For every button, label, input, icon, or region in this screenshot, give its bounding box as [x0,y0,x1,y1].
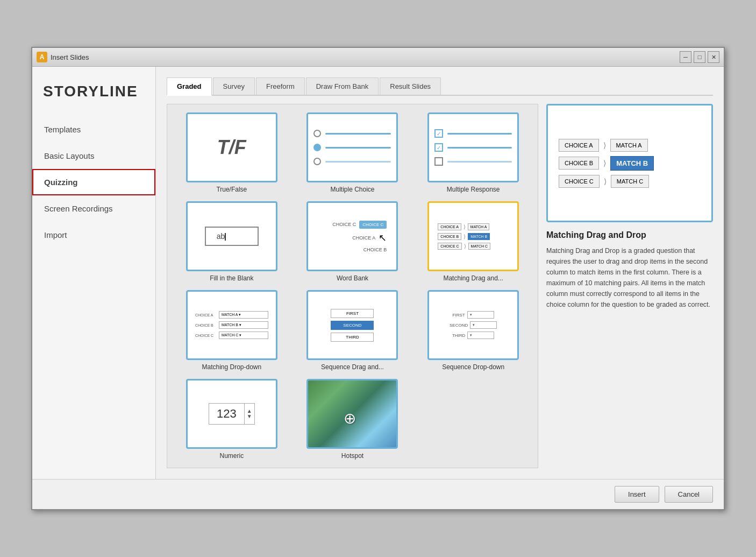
mc-radio-3 [313,158,321,165]
sdd-content: FIRST ▾ SECOND ▾ THIRD ▾ [438,306,509,344]
fib-cursor [225,233,226,241]
preview-arrow-a: ⟩ [603,141,606,150]
window-controls[interactable]: ─ □ ✕ [680,51,719,63]
mdd-match-c: MATCH C [468,243,490,250]
preview-title: Matching Drag and Drop [546,230,713,240]
maximize-button[interactable]: □ [694,51,705,63]
sd-item-first: FIRST [331,309,374,318]
mr-check-3 [434,157,443,166]
tab-result-slides[interactable]: Result Slides [380,77,441,95]
mr-row-3 [434,157,512,166]
sidebar: STORYLINE Templates Basic Layouts Quizzi… [32,67,156,479]
sd-item-third: THIRD [331,333,374,342]
slide-hotspot[interactable]: ⊕ Hotspot [296,379,409,460]
slide-label-fill-blank: Fill in the Blank [210,274,253,282]
preview-mdd-row-b: CHOICE B ⟩ MATCH B [559,156,701,171]
tab-survey[interactable]: Survey [213,77,255,95]
preview-mdd-row-c: CHOICE C ⟩ MATCH C [559,175,701,188]
slide-label-matching-drag: Matching Drag and... [443,274,503,282]
slide-thumb-numeric: 123 ▲ ▼ [186,379,277,449]
mr-content: ✓ ✓ [429,124,517,171]
preview-choice-b: CHOICE B [559,157,599,170]
preview-description: Matching Drag and Drop is a graded quest… [546,245,713,310]
mr-line-1 [447,133,512,135]
num-value: 123 [209,404,245,424]
sdd-item-third: THIRD ▾ [452,332,494,339]
slide-sequence-drag[interactable]: FIRST SECOND THIRD Sequence Drag and... [296,290,409,371]
main-content: STORYLINE Templates Basic Layouts Quizzi… [32,67,724,479]
close-button[interactable]: ✕ [708,51,719,63]
slide-matching-dropdown[interactable]: CHOICE A MATCH A ▾ CHOICE B MATCH B ▾ CH… [175,290,288,371]
num-arrow-down: ▼ [247,414,252,419]
mc-line-1 [325,133,391,135]
brand-logo: STORYLINE [32,77,155,116]
mc-radio-2 [313,144,321,151]
mr-line-3 [447,161,512,163]
slide-label-hotspot: Hotspot [341,452,363,460]
slide-label-matching-dropdown: Matching Drop-down [202,363,261,371]
slide-true-false[interactable]: T/F True/False [175,112,288,193]
slide-numeric[interactable]: 123 ▲ ▼ Numeric [175,379,288,460]
wb-row-3: CHOICE B [318,247,387,252]
wb-choice-c: CHOICE C [332,222,356,227]
slides-grid: T/F True/False [167,104,538,468]
wb-row-1: CHOICE C CHOICE C [318,221,387,229]
mdd-choice-c: CHOICE C [438,243,461,250]
hs-cursor-icon: ⊕ [344,410,356,427]
mdo-content: CHOICE A MATCH A ▾ CHOICE B MATCH B ▾ CH… [190,306,274,344]
wb-choice-b: CHOICE B [363,247,387,252]
sidebar-item-screen-recordings[interactable]: Screen Recordings [32,195,155,222]
slide-label-true-false: True/False [216,186,247,193]
preview-match-c: MATCH C [611,175,649,188]
slide-multiple-choice[interactable]: Multiple Choice [296,112,409,193]
mdo-label-choice-a: CHOICE A [195,313,217,317]
wb-dropdown-1: CHOICE C [359,221,387,229]
app-icon: A [37,52,47,62]
slide-label-multiple-response: Multiple Response [447,186,500,193]
wb-cursor-icon: ↖ [379,232,387,244]
sdd-label-second: SECOND [450,323,468,328]
slide-matching-drag[interactable]: CHOICE A ⟩ MATCH A CHOICE B ⟩ MATCH B [417,201,530,282]
slide-label-sequence-dropdown: Sequence Drop-down [442,363,504,371]
preview-panel: CHOICE A ⟩ MATCH A CHOICE B ⟩ MATCH B CH… [546,104,713,468]
mr-check-1: ✓ [434,129,443,138]
insert-button[interactable]: Insert [615,486,659,503]
mdo-select-a: MATCH A ▾ [219,311,268,319]
tab-freeform[interactable]: Freeform [256,77,305,95]
mc-line-3 [325,161,391,163]
slide-thumb-true-false: T/F [186,112,277,182]
preview-mdd-row-a: CHOICE A ⟩ MATCH A [559,139,701,152]
sidebar-item-quizzing[interactable]: Quizzing [32,169,155,195]
cancel-button[interactable]: Cancel [665,486,713,503]
wb-content: CHOICE C CHOICE C CHOICE A ↖ CHOICE B [313,215,393,258]
mr-line-2 [447,147,512,149]
sd-item-second: SECOND [331,321,374,330]
num-box: 123 ▲ ▼ [209,403,255,425]
slide-thumb-fill-blank: ab [186,201,277,271]
preview-match-a: MATCH A [610,139,648,152]
sidebar-item-templates[interactable]: Templates [32,116,155,143]
content-area: Graded Survey Freeform Draw From Bank Re… [156,67,724,479]
mdd-arrow-2: ⟩ [463,234,466,239]
mdd-match-b: MATCH B [468,233,490,240]
slide-fill-blank[interactable]: ab Fill in the Blank [175,201,288,282]
slide-label-numeric: Numeric [219,452,244,460]
mdd-row-1: CHOICE A ⟩ MATCH A [438,223,509,230]
sd-content: FIRST SECOND THIRD [317,304,388,347]
sidebar-item-basic-layouts[interactable]: Basic Layouts [32,143,155,169]
slide-multiple-response[interactable]: ✓ ✓ [417,112,530,193]
tf-icon: T/F [217,136,246,159]
preview-arrow-c: ⟩ [604,177,607,186]
slide-word-bank[interactable]: CHOICE C CHOICE C CHOICE A ↖ CHOICE B [296,201,409,282]
num-arrows: ▲ ▼ [245,407,254,420]
minimize-button[interactable]: ─ [680,51,691,63]
tab-graded[interactable]: Graded [167,77,212,96]
tab-draw-from-bank[interactable]: Draw From Bank [306,77,379,95]
sdd-select-third: ▾ [467,332,494,339]
sidebar-item-import[interactable]: Import [32,222,155,248]
fib-box: ab [205,227,259,246]
hs-content: ⊕ [308,380,396,447]
slide-sequence-dropdown[interactable]: FIRST ▾ SECOND ▾ THIRD ▾ [417,290,530,371]
sdd-label-first: FIRST [453,313,465,318]
mdd-choice-b: CHOICE B [438,233,461,240]
